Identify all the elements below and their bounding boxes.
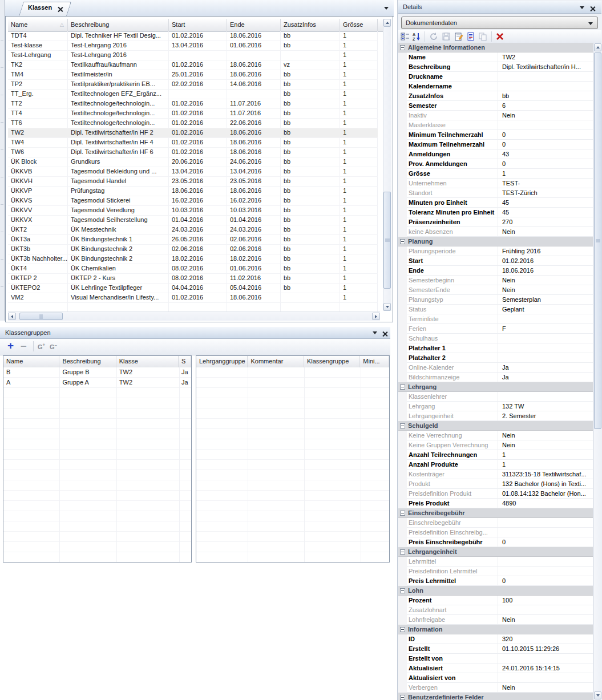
- property-row[interactable]: Zusatzlohnart: [407, 605, 593, 615]
- property-row[interactable]: Prozent100: [407, 596, 593, 605]
- property-row[interactable]: SemesterbeginnNein: [407, 276, 593, 285]
- property-row[interactable]: Druckname: [407, 72, 593, 82]
- property-value[interactable]: Dipl. Textilwirtschafter/in H...: [498, 62, 593, 71]
- table-row[interactable]: AGruppe ATW2Ja: [3, 378, 191, 388]
- property-row[interactable]: FerienF: [407, 324, 593, 334]
- column-header[interactable]: Mini...: [360, 356, 389, 367]
- property-row[interactable]: LohnfreigabeNein: [407, 615, 593, 625]
- property-value[interactable]: [498, 334, 593, 343]
- property-value[interactable]: 0: [498, 537, 593, 547]
- property-value[interactable]: [498, 314, 593, 323]
- scroll-thumb[interactable]: [19, 313, 63, 320]
- table-row[interactable]: ÜKT3aÜK Bindungstechnik 126.05.201602.06…: [8, 235, 378, 245]
- property-row[interactable]: BildschirmanzeigeJa: [407, 373, 593, 382]
- table-row[interactable]: ÜKKVPPrüfungstag18.06.201618.06.2016bb1: [8, 187, 378, 196]
- collapse-icon[interactable]: [400, 423, 405, 428]
- column-header[interactable]: S: [179, 356, 191, 367]
- collapse-icon[interactable]: [400, 385, 405, 390]
- property-row[interactable]: Preisdefinition Lehrmittel: [407, 567, 593, 576]
- property-row[interactable]: Lehrgang132 TW: [407, 402, 593, 411]
- property-value[interactable]: [498, 392, 593, 401]
- vertical-scrollbar[interactable]: [383, 19, 391, 311]
- column-header[interactable]: Klasse: [116, 356, 179, 367]
- property-value[interactable]: [498, 343, 593, 353]
- table-row[interactable]: ÜKTEPO2ÜK Lehrlinge Textilpfleger04.04.2…: [8, 284, 378, 293]
- property-value[interactable]: Nein: [498, 285, 593, 294]
- property-value[interactable]: 45: [498, 208, 593, 217]
- property-row[interactable]: Toleranz Minuten pro Einheit45: [407, 208, 593, 217]
- column-header-ende[interactable]: Ende: [227, 19, 281, 31]
- property-row[interactable]: UnternehmenTEST-: [407, 179, 593, 188]
- property-value[interactable]: Nein: [498, 431, 593, 440]
- property-row[interactable]: Semester6: [407, 101, 593, 111]
- property-value[interactable]: 01.02.2016: [498, 256, 593, 265]
- property-row[interactable]: Preisdefinition Einschreibg...: [407, 528, 593, 537]
- property-row[interactable]: ID320: [407, 634, 593, 644]
- property-value[interactable]: 1: [498, 460, 593, 469]
- property-row[interactable]: ZusatzInfosbb: [407, 91, 593, 101]
- tab-klassen-label[interactable]: Klassen: [28, 4, 52, 11]
- section-header[interactable]: Lehrgang: [398, 382, 593, 392]
- details-type-select[interactable]: Dokumentendaten: [401, 17, 598, 29]
- property-row[interactable]: PlanungstypSemesterplan: [407, 295, 593, 305]
- table-row[interactable]: TT6Textiltechnologe/technologin...01.02.…: [8, 119, 378, 128]
- property-value[interactable]: [498, 557, 593, 566]
- property-value[interactable]: 6: [498, 101, 593, 110]
- edit-icon[interactable]: [454, 32, 463, 41]
- property-value[interactable]: 45: [498, 198, 593, 207]
- scroll-right-button[interactable]: [372, 313, 380, 320]
- property-value[interactable]: TEST-Zürich: [498, 188, 593, 197]
- property-value[interactable]: Ja: [498, 373, 593, 382]
- property-row[interactable]: InaktivNein: [407, 111, 593, 120]
- property-row[interactable]: Anzahl Produkte1: [407, 460, 593, 470]
- column-header[interactable]: Name: [3, 356, 59, 367]
- property-value[interactable]: 132 TW: [498, 402, 593, 411]
- property-row[interactable]: Kalendername: [407, 82, 593, 91]
- property-value[interactable]: 0: [498, 576, 593, 585]
- pane-close-icon[interactable]: [382, 330, 387, 337]
- property-value[interactable]: 1: [498, 169, 593, 178]
- property-value[interactable]: [498, 567, 593, 576]
- property-value[interactable]: [498, 120, 593, 130]
- tab-close-icon[interactable]: [58, 6, 63, 13]
- section-header[interactable]: Planung: [398, 237, 593, 246]
- table-row[interactable]: TW4Dipl. Textilwirtschafter/in HF 401.02…: [8, 138, 378, 148]
- property-value[interactable]: 311323:15-18 Textilwirtschaf...: [498, 470, 593, 479]
- table-row[interactable]: ÜKT4ÜK Chemikalien08.02.201601.06.2016bb…: [8, 264, 378, 274]
- property-row[interactable]: NameTW2: [407, 52, 593, 62]
- property-row[interactable]: Keine Gruppen VerrechnungNein: [407, 440, 593, 450]
- table-row[interactable]: TDT4Dipl. Techniker HF Textil Desig...01…: [8, 31, 378, 41]
- property-value[interactable]: 0: [498, 140, 593, 149]
- property-value[interactable]: 270: [498, 217, 593, 226]
- table-row[interactable]: TT4Textiltechnologe/technologin...01.02.…: [8, 109, 378, 119]
- property-row[interactable]: Lehrmittel: [407, 557, 593, 567]
- column-header-beschreibung[interactable]: Beschreibung: [68, 19, 169, 31]
- table-row[interactable]: ÜKT2ÜK Messtechnik24.03.201624.03.2016bb…: [8, 225, 378, 235]
- table-row[interactable]: TW2Dipl. Textilwirtschafter/in HF 201.02…: [8, 128, 378, 138]
- property-value[interactable]: Geplant: [498, 305, 593, 314]
- refresh-icon[interactable]: [429, 32, 438, 41]
- table-row[interactable]: TK2Textilkauffrau/kaufmann01.02.201618.0…: [8, 60, 378, 70]
- scroll-thumb[interactable]: [383, 192, 391, 289]
- column-header-name[interactable]: Name△: [8, 19, 68, 31]
- property-value[interactable]: [498, 353, 593, 362]
- tab-list-dropdown-icon[interactable]: [384, 7, 389, 10]
- property-value[interactable]: Nein: [498, 440, 593, 450]
- table-row[interactable]: ÜKTEP 2ÜKTEP 2 - Kurs08.02.201611.02.201…: [8, 274, 378, 284]
- property-row[interactable]: PlanungsperiodeFrühling 2016: [407, 246, 593, 256]
- column-header-grösse[interactable]: Grösse: [340, 19, 378, 31]
- property-row[interactable]: Einschreibegebühr: [407, 518, 593, 528]
- property-value[interactable]: Semesterplan: [498, 295, 593, 304]
- property-row[interactable]: StatusGeplant: [407, 305, 593, 314]
- section-header[interactable]: Schulgeld: [398, 421, 593, 431]
- property-row[interactable]: Preis Lehrmittel0: [407, 576, 593, 586]
- collapse-icon[interactable]: [400, 627, 405, 632]
- property-row[interactable]: Online-KalenderJa: [407, 363, 593, 373]
- scroll-down-button[interactable]: [383, 303, 391, 311]
- property-value[interactable]: 4890: [498, 499, 593, 508]
- property-value[interactable]: [498, 72, 593, 81]
- section-header[interactable]: Einschreibegebühr: [398, 508, 593, 518]
- table-row[interactable]: TW6Dipl. Textilwirtschafter/in HF 601.02…: [8, 148, 378, 157]
- column-header[interactable]: Kommentar: [248, 356, 304, 367]
- property-row[interactable]: Präsenzeinheiten270: [407, 217, 593, 227]
